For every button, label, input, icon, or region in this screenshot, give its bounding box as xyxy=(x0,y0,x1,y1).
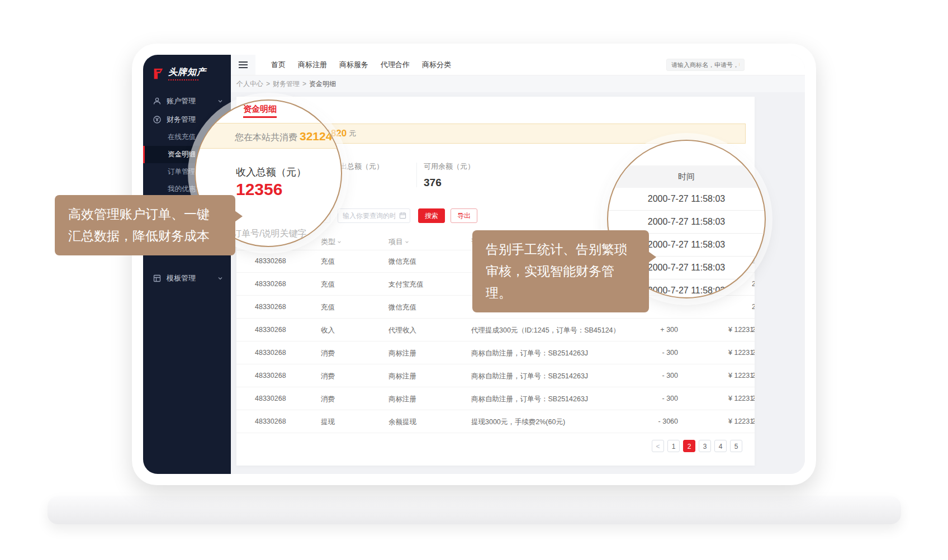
table-cell: 消费 xyxy=(321,395,335,404)
table-cell: 微信充值 xyxy=(388,257,416,267)
nav-link-5[interactable]: 商标分类 xyxy=(419,55,454,75)
table-cell: + 300 xyxy=(605,326,678,334)
callout-right: 告别手工统计、告别繁琐 审核，实现智能财务管 理。 xyxy=(472,230,649,312)
stat-balance: 可用余额（元） 376 xyxy=(424,162,475,189)
pagination-page-1[interactable]: 1 xyxy=(667,440,680,452)
callout-left: 高效管理账户订单、一键 汇总数据，降低财务成本 xyxy=(55,195,235,255)
table-cell: 商标自助注册，订单号：SB2514263J xyxy=(471,372,588,381)
menu-toggle-button[interactable] xyxy=(231,55,255,75)
stat-value: 376 xyxy=(424,177,475,189)
stat-divider xyxy=(416,163,417,187)
magnified-tab-underline xyxy=(243,116,277,118)
sort-caret-icon xyxy=(337,240,342,244)
table-cell: ¥ 12231 xyxy=(728,326,753,334)
table-cell: 收入 xyxy=(321,326,335,335)
sidebar-item-label: 在线充值 xyxy=(168,132,196,142)
export-button[interactable]: 导出 xyxy=(451,208,477,223)
table-cell: 48330268 xyxy=(255,372,286,379)
table-row: 48330268消费商标注册商标自助注册，订单号：SB2514263J- 300… xyxy=(236,387,755,410)
magnified-banner-text: 您在本站共消费32124元 xyxy=(235,130,342,144)
table-cell: - 300 xyxy=(605,372,678,379)
top-nav-links: 首页商标注册商标服务代理合作商标分类 xyxy=(255,55,454,75)
table-cell: - 300 xyxy=(605,349,678,357)
table-cell: 余额提现 xyxy=(388,417,416,427)
sidebar-item-label: 模板管理 xyxy=(167,273,196,283)
table-cell: 2000-7-27 11:58:03 xyxy=(752,349,755,357)
search-button[interactable]: 搜索 xyxy=(418,208,445,223)
time-filter xyxy=(338,208,410,223)
table-cell: - 3060 xyxy=(605,417,678,425)
breadcrumb: 个人中心 > 财务管理 > 资金明细 xyxy=(231,75,805,93)
table-row: 48330268消费商标注册商标自助注册，订单号：SB2514263J- 300… xyxy=(236,364,755,387)
table-cell: - 300 xyxy=(605,395,678,402)
table-cell: ¥ 12231 xyxy=(728,395,753,402)
nav-link-3[interactable]: 商标服务 xyxy=(336,55,372,75)
table-cell: 48330268 xyxy=(255,326,286,334)
table-cell: 2000-7-27 11:58:03 xyxy=(752,303,755,311)
table-cell: 支付宝充值 xyxy=(388,280,424,290)
breadcrumb-item[interactable]: 个人中心 xyxy=(236,79,263,89)
table-cell: 2000-7-27 11:58:03 xyxy=(752,280,755,288)
table-cell: 代理提成300元（ID:1245，订单号：SB45124） xyxy=(471,326,620,335)
table-cell: 商标自助注册，订单号：SB2514263J xyxy=(471,395,588,404)
magnified-input-placeholder: 订单号/说明关键字 xyxy=(233,228,306,240)
sidebar-item-label: 财务管理 xyxy=(167,115,196,125)
breadcrumb-separator: > xyxy=(266,80,270,88)
sidebar: 头牌知产 账户管理 财务管理 xyxy=(143,55,231,474)
pagination-page-4[interactable]: 4 xyxy=(714,440,727,452)
table-cell: 提现 xyxy=(321,417,335,427)
table-cell: 2000-7-27 11:58:03 xyxy=(752,417,755,425)
pagination-page-2[interactable]: 2 xyxy=(683,440,695,452)
logo-subtext xyxy=(168,78,198,80)
pagination: <12345 xyxy=(652,440,742,452)
table-cell: 微信充值 xyxy=(388,303,416,312)
table-row: 48330268提现余额提现提现3000元，手续费2%(60元)- 3060¥ … xyxy=(236,410,755,433)
pagination-prev-button[interactable]: < xyxy=(652,440,664,452)
nav-link-2[interactable]: 商标注册 xyxy=(295,55,330,75)
table-cell: ¥ 12231 xyxy=(728,372,753,379)
table-cell: 商标注册 xyxy=(388,395,416,404)
pagination-page-3[interactable]: 3 xyxy=(699,440,711,452)
logo-icon xyxy=(152,68,164,80)
finance-icon xyxy=(153,115,162,124)
nav-link-4[interactable]: 代理合作 xyxy=(377,55,413,75)
table-cell: ¥ 12231 xyxy=(728,417,753,425)
header-item[interactable]: 项目 xyxy=(388,237,409,247)
pagination-page-5[interactable]: 5 xyxy=(730,440,742,452)
table-cell: 2000-7-27 11:58:03 xyxy=(752,395,755,402)
table-cell: 充值 xyxy=(321,303,335,312)
stat-label: 可用余额（元） xyxy=(424,162,475,172)
table-cell: 48330268 xyxy=(255,417,286,425)
table-cell: ¥ 12231 xyxy=(728,349,753,357)
table-cell: 48330268 xyxy=(255,395,286,402)
table-cell: 消费 xyxy=(321,349,335,358)
table-cell: 商标注册 xyxy=(388,349,416,358)
table-cell: 2000-7-27 11:58:03 xyxy=(752,326,755,334)
table-cell: 充值 xyxy=(321,280,335,290)
table-cell: 2000-7-27 11:58:03 xyxy=(752,372,755,379)
table-row: 48330268收入代理收入代理提成300元（ID:1245，订单号：SB451… xyxy=(236,319,755,341)
table-cell: 代理收入 xyxy=(388,326,416,335)
table-cell: 商标注册 xyxy=(388,372,416,381)
sidebar-item-templates[interactable]: 模板管理 xyxy=(143,269,231,287)
laptop-base xyxy=(48,496,901,524)
sidebar-item-account[interactable]: 账户管理 xyxy=(143,92,231,110)
trademark-search-input[interactable] xyxy=(666,59,745,71)
table-cell: 48330268 xyxy=(255,257,286,265)
table-cell: 消费 xyxy=(321,372,335,381)
breadcrumb-item[interactable]: 财务管理 xyxy=(273,79,300,89)
sidebar-item-label: 资金明细 xyxy=(168,150,196,159)
table-cell: 充值 xyxy=(321,257,335,267)
header-type[interactable]: 类型 xyxy=(321,237,342,247)
page-background: 头牌知产 账户管理 财务管理 xyxy=(0,0,948,560)
table-cell: 48330268 xyxy=(255,303,286,311)
banner-unit: 元 xyxy=(349,129,356,139)
magnified-time-header: 时间 xyxy=(608,165,765,188)
magnified-stat-label: 收入总额（元） xyxy=(236,165,306,179)
nav-link-1[interactable]: 首页 xyxy=(268,55,289,75)
magnified-time-row: 2000-7-27 11:58:03 xyxy=(608,188,765,211)
magnified-stat-value: 12356 xyxy=(236,180,282,199)
sort-caret-icon xyxy=(405,240,409,244)
logo[interactable]: 头牌知产 xyxy=(143,58,231,85)
logo-title: 头牌知产 xyxy=(168,67,206,77)
